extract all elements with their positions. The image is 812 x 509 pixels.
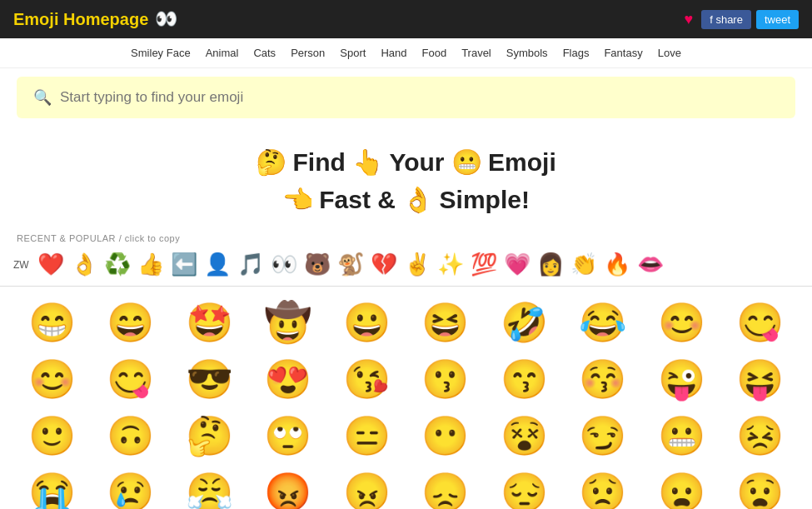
emoji-cell[interactable]: 😍 [250, 352, 327, 407]
recent-emoji[interactable]: 👀 [269, 250, 299, 279]
recent-title: RECENT & POPULAR [17, 233, 116, 243]
emoji-cell[interactable]: 😬 [643, 408, 720, 463]
recent-emoji[interactable]: 👏 [569, 250, 599, 279]
recent-emoji[interactable]: 💗 [502, 250, 532, 279]
recent-emoji[interactable]: 👩 [536, 250, 565, 279]
emoji-cell[interactable]: 😡 [250, 465, 327, 509]
emoji-cell[interactable]: 😚 [565, 352, 642, 407]
recent-emoji[interactable]: ♻️ [102, 250, 132, 279]
recent-emoji[interactable]: ⬅️ [169, 250, 199, 279]
emoji-cell[interactable]: 😋 [722, 295, 800, 350]
hero-simple: Simple! [440, 186, 530, 213]
nav-item-smiley-face[interactable]: Smiley Face [126, 45, 196, 61]
nav-item-hand[interactable]: Hand [376, 45, 411, 61]
emoji-cell[interactable]: 😢 [92, 465, 170, 509]
emoji-cell[interactable]: 😂 [565, 295, 642, 350]
hero-find: Find [292, 148, 352, 176]
nav-item-animal[interactable]: Animal [201, 45, 244, 61]
recent-row: ZW ❤️👌♻️👍⬅️👤🎵👀🐻🐒💔✌️✨💯💗👩👏🔥👄 [0, 247, 812, 287]
recent-emoji[interactable]: 🐒 [336, 250, 366, 279]
search-input[interactable] [60, 89, 779, 106]
emoji-cell[interactable]: 😦 [643, 465, 720, 509]
emoji-cell[interactable]: 😣 [722, 408, 800, 463]
recent-emoji[interactable]: 🐻 [302, 250, 332, 279]
hero-emoji1: 🤔 [256, 148, 286, 176]
emoji-cell[interactable]: 😜 [643, 352, 720, 407]
emoji-cell[interactable]: 😑 [328, 408, 406, 463]
recent-emoji[interactable]: 👄 [635, 250, 665, 279]
emoji-cell[interactable]: 😄 [92, 295, 170, 350]
hero-text: 🤔 Find 👆 Your 😬 Emoji 👈 Fast & 👌 Simple! [0, 127, 812, 227]
emoji-cell[interactable]: 😵 [486, 408, 563, 463]
emoji-cell[interactable]: 😙 [486, 352, 563, 407]
emoji-cell[interactable]: 😆 [407, 295, 485, 350]
emoji-cell[interactable]: 😗 [407, 352, 485, 407]
hero-line2: 👈 Fast & 👌 Simple! [8, 181, 804, 218]
emoji-grid: 😁😄🤩🤠😀😆🤣😂😊😋😊😋😎😍😘😗😙😚😜😝🙂🙃🤔🙄😑😶😵😏😬😣😭😢😤😡😠😞😔😟😦😧… [0, 287, 812, 509]
hero-fast: Fast & [319, 186, 402, 213]
nav-item-travel[interactable]: Travel [456, 45, 496, 61]
emoji-cell[interactable]: 😋 [92, 352, 170, 407]
nav-item-fantasy[interactable]: Fantasy [599, 45, 647, 61]
zw-label: ZW [13, 259, 29, 271]
recent-label: RECENT & POPULAR / click to copy [0, 227, 812, 247]
hero-emoji3: 😬 [451, 148, 482, 176]
emoji-cell[interactable]: 🤠 [250, 295, 327, 350]
recent-emoji[interactable]: ✌️ [402, 250, 432, 279]
nav-item-love[interactable]: Love [653, 45, 686, 61]
emoji-cell[interactable]: 😁 [13, 295, 91, 350]
emoji-cell[interactable]: 😠 [328, 465, 406, 509]
search-bar: 🔍 [17, 77, 795, 118]
hero-emoji4: 👈 [282, 186, 313, 213]
hero-your: Your [389, 148, 451, 176]
recent-sublabel: / click to copy [119, 233, 181, 243]
emoji-cell[interactable]: 😀 [328, 295, 406, 350]
hero-emoji5: 👌 [402, 186, 433, 213]
tweet-button[interactable]: tweet [756, 10, 799, 29]
emoji-cell[interactable]: 🙄 [250, 408, 327, 463]
recent-emoji[interactable]: 💔 [369, 250, 399, 279]
hero-emoji-label: Emoji [488, 148, 556, 176]
emoji-cell[interactable]: 😔 [486, 465, 563, 509]
emoji-cell[interactable]: 😏 [565, 408, 642, 463]
recent-emoji[interactable]: 💯 [469, 250, 499, 279]
emoji-cell[interactable]: 😶 [407, 408, 485, 463]
recent-emoji[interactable]: 👌 [69, 250, 99, 279]
search-icon: 🔍 [33, 88, 52, 107]
recent-emoji[interactable]: 👤 [202, 250, 232, 279]
header: Emoji Homepage 👀 ♥ f share tweet [0, 0, 812, 38]
recent-emoji[interactable]: 👍 [136, 250, 166, 279]
nav-item-symbols[interactable]: Symbols [501, 45, 553, 61]
share-button[interactable]: f share [701, 10, 751, 29]
nav-item-food[interactable]: Food [416, 45, 451, 61]
emoji-cell[interactable]: 😞 [407, 465, 485, 509]
emoji-cell[interactable]: 😤 [171, 465, 248, 509]
emoji-cell[interactable]: 🤔 [171, 408, 248, 463]
hero-emoji2: 👆 [352, 148, 383, 176]
eyes-icon: 👀 [155, 8, 177, 30]
recent-emoji[interactable]: ✨ [436, 250, 466, 279]
recent-emoji[interactable]: 🔥 [602, 250, 632, 279]
nav-item-cats[interactable]: Cats [248, 45, 281, 61]
emoji-cell[interactable]: 😟 [565, 465, 642, 509]
nav-item-person[interactable]: Person [286, 45, 330, 61]
hero-line1: 🤔 Find 👆 Your 😬 Emoji [8, 143, 804, 181]
heart-icon: ♥ [684, 11, 693, 28]
emoji-cell[interactable]: 🤣 [486, 295, 563, 350]
emoji-cell[interactable]: 😭 [13, 465, 91, 509]
emoji-cell[interactable]: 😝 [722, 352, 800, 407]
nav-item-flags[interactable]: Flags [558, 45, 595, 61]
emoji-cell[interactable]: 🤩 [171, 295, 248, 350]
category-nav: Smiley FaceAnimalCatsPersonSportHandFood… [0, 38, 812, 68]
emoji-cell[interactable]: 😧 [722, 465, 800, 509]
emoji-cell[interactable]: 😊 [643, 295, 720, 350]
recent-emoji[interactable]: ❤️ [36, 250, 66, 279]
emoji-cell[interactable]: 😊 [13, 352, 91, 407]
nav-item-sport[interactable]: Sport [335, 45, 371, 61]
emoji-cell[interactable]: 😎 [171, 352, 248, 407]
emoji-cell[interactable]: 🙃 [92, 408, 170, 463]
emoji-cell[interactable]: 🙂 [13, 408, 91, 463]
emoji-cell[interactable]: 😘 [328, 352, 406, 407]
site-title[interactable]: Emoji Homepage [13, 10, 148, 29]
recent-emoji[interactable]: 🎵 [236, 250, 266, 279]
